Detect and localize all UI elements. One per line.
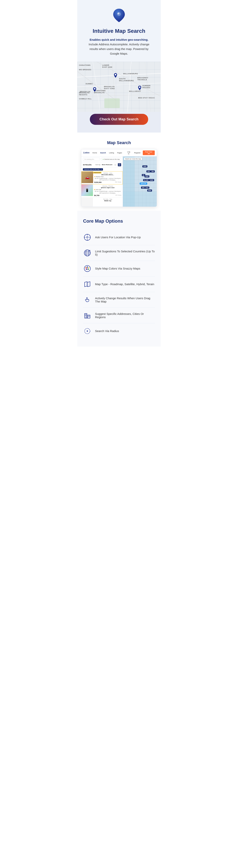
listing-item-toy[interactable]: For Kids · Toys Wallie toy	[81, 197, 123, 207]
listing-username-phone: John Hall	[96, 189, 101, 190]
map-search-section: Map Search Listivo Home Search Listing P…	[77, 132, 161, 211]
svg-point-14	[139, 87, 140, 88]
option-text-drag-results: Actively Change Results When Users Drag …	[95, 297, 155, 303]
hero-desc-bold: Enables quick and intuitive geo-searchin…	[90, 38, 148, 41]
map-pin-2	[92, 87, 97, 92]
svg-point-26	[87, 267, 88, 268]
nav-home[interactable]: Home	[91, 151, 98, 154]
svg-rect-39	[88, 316, 89, 316]
listing-info-toy: For Kids · Toys Wallie toy	[93, 197, 123, 207]
hero-desc-rest: Include Address Autocomplete. Actively c…	[89, 43, 149, 55]
nav-register[interactable]: Register	[133, 151, 141, 154]
selected-area-badge: Selected area on the map ✕	[83, 168, 103, 170]
nav-search[interactable]: Search	[99, 151, 107, 154]
map-water-bottom	[123, 192, 157, 207]
listing-user-car: Stephen Due	[94, 176, 121, 177]
listing-user-phone: John Hall	[94, 189, 122, 190]
hero-title: Intuitive Map Search	[83, 28, 155, 34]
palette-icon	[83, 264, 91, 273]
map-label-lower-east-side: LOWEREAST SIDE	[102, 64, 112, 68]
option-radius-search: Search Via Radius	[83, 323, 155, 339]
hero-section: Intuitive Map Search Enables quick and i…	[77, 0, 161, 62]
map-label-dumbo: DUMBO	[86, 83, 93, 85]
option-text-snazzy-maps: Style Map Colors Via Snazzy Maps	[95, 267, 140, 270]
price-badge-7[interactable]: $220,000	[140, 183, 147, 185]
svg-point-1	[117, 12, 120, 14]
browser-navbar: Listivo Home Search Listing Pages Log In…	[81, 149, 157, 156]
map-label-williamsburg: WILLIAMSBURG	[123, 73, 138, 75]
price-badge-4[interactable]: $99	[151, 170, 155, 173]
map-pin-1	[113, 73, 118, 78]
listing-username-car: Stephen Due	[96, 176, 104, 177]
user-dot-phone	[94, 189, 95, 190]
map-label-broadway-triangle: BROADWAYTRIANGLE	[137, 77, 148, 81]
map-label-bed-stuy: BED-STUY VESAC	[138, 97, 155, 99]
cta-button[interactable]: Check Out Map Search	[90, 114, 148, 125]
browser-left-panel: I'm looking for... ● Selected area on th…	[81, 156, 123, 207]
listing-thumb-phone: 📱	[81, 184, 93, 196]
svg-rect-35	[85, 314, 86, 315]
listing-title-toy: Wallie toy	[94, 200, 122, 202]
svg-rect-40	[89, 316, 90, 316]
price-badge-1[interactable]: $25	[147, 170, 151, 173]
nav-listing[interactable]: Listing	[108, 151, 115, 154]
list-view-icon[interactable]: ☰	[118, 163, 121, 166]
browser-mockup: Listivo Home Search Listing Pages Log In…	[81, 149, 157, 207]
browser-right-map: Search as I move the map $499 $25 $6 $20…	[123, 156, 157, 207]
svg-point-24	[84, 266, 90, 272]
grid-view-icon[interactable]: ⊞	[114, 163, 116, 166]
listing-category-phone: Devices · Phones	[94, 185, 122, 187]
results-count: 34 Results	[83, 164, 91, 166]
price-badge-3[interactable]: $200	[144, 175, 150, 178]
listing-thumb-car: 🚗	[81, 172, 93, 183]
option-text-radius-search: Search Via Radius	[95, 329, 119, 333]
price-badge-9[interactable]: $600	[147, 189, 152, 192]
badge-close-icon[interactable]: ✕	[101, 168, 102, 170]
search-input-mock[interactable]: I'm looking for...	[83, 158, 100, 161]
price-badge-6[interactable]: $400	[149, 179, 154, 181]
price-badge-5[interactable]: $1,300	[143, 179, 149, 181]
map-label-south-williamsburg: SOUTHWILLIAMSBURG	[119, 78, 134, 82]
search-area-mock[interactable]: ● Selected area on the map	[101, 158, 121, 161]
search-placeholder: I'm looking for...	[84, 158, 95, 160]
drag-icon	[83, 296, 91, 304]
core-options-section: Core Map Options Ask Users For Location …	[77, 211, 161, 346]
svg-point-16	[86, 237, 88, 238]
svg-point-13	[94, 88, 96, 90]
map-label-chinatown: CHINATOWN	[79, 64, 90, 66]
selected-area-text: Selected area on the map	[84, 168, 100, 170]
svg-rect-38	[86, 315, 87, 316]
globe-icon	[83, 249, 91, 257]
option-text-map-type: Map Type - Roadmap, Satellite, Hybrid, T…	[95, 282, 154, 286]
nav-pages[interactable]: Pages	[116, 151, 123, 154]
map-search-title: Map Search	[81, 140, 157, 145]
core-options-title: Core Map Options	[83, 218, 155, 224]
listing-info-phone: Devices · Phones Iphone 13pro case John …	[93, 184, 123, 197]
radius-icon	[83, 327, 91, 335]
option-drag-results: Actively Change Results When Users Drag …	[83, 292, 155, 308]
price-badge-york[interactable]: York	[144, 187, 149, 189]
listing-item-phone[interactable]: 📱 Devices · Phones Iphone 13pro case Joh…	[81, 184, 123, 197]
option-suggest-addresses: Suggest Specific Addresses, Cities Or Re…	[83, 308, 155, 323]
nav-login[interactable]: Log In	[125, 151, 132, 155]
sort-value: Most Relevant	[102, 164, 112, 165]
listing-price-phone: $4,700	[94, 194, 100, 196]
option-text-limit-countries: Limit Sugestions To Selected Countries (…	[95, 250, 155, 256]
svg-line-4	[77, 95, 161, 96]
price-badge-0[interactable]: $499	[142, 165, 148, 167]
cta-section: Check Out Map Search	[77, 112, 161, 132]
building-icon	[83, 311, 91, 320]
listing-title-phone: Iphone 13pro case	[94, 187, 122, 188]
map-label-brooklyn-navy-yard: BROOKLYNNAVY YARD	[104, 86, 115, 90]
post-ad-button[interactable]: Post Your Ad	[143, 151, 155, 155]
map-label-brooklyn-label: BROOKLYN	[80, 91, 90, 93]
listing-item-car[interactable]: 🚗 Vehicles · Cars Mercedes-Benz... Steph…	[81, 171, 123, 185]
listing-category-toy: For Kids · Toys	[94, 198, 122, 200]
map-label-cobble-hill: COBBLE HILL	[79, 98, 92, 100]
option-snazzy-maps: Style Map Colors Via Snazzy Maps	[83, 261, 155, 276]
hero-description: Enables quick and intuitive geo-searchin…	[86, 37, 152, 56]
map-search-as-i-move[interactable]: Search as I move the map	[124, 158, 142, 160]
search-area-label: Selected area on the map	[104, 159, 120, 160]
listing-views-phone: 133 Views	[115, 194, 121, 196]
option-location-popup: Ask Users For Location Via Pop-Up	[83, 229, 155, 245]
